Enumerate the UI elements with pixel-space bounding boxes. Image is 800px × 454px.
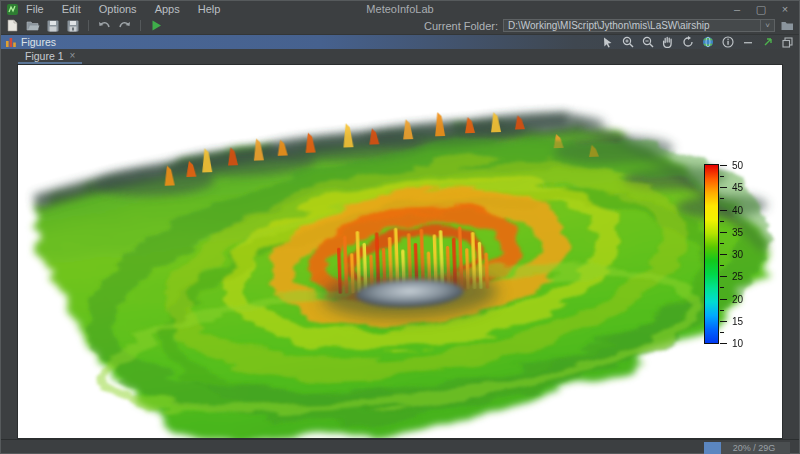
colorbar-minor-tick (720, 287, 724, 288)
colorbar-minor-tick (720, 265, 724, 266)
globe-icon[interactable] (701, 36, 714, 49)
restore-panel-icon[interactable] (781, 36, 794, 49)
menu-item-apps[interactable]: Apps (155, 3, 180, 15)
colorbar-tick (720, 232, 727, 233)
tab-label: Figure 1 (25, 50, 64, 62)
zoom-out-icon[interactable] (641, 36, 654, 49)
menu-item-file[interactable]: File (26, 3, 44, 15)
current-folder-path[interactable]: D:\Working\MIScript\Jython\mis\LaSW\airs… (504, 20, 760, 31)
colorbar-tick (720, 165, 727, 166)
colorbar-tick (720, 210, 727, 211)
colorbar-tick-label: 35 (732, 226, 743, 237)
colorbar-minor-tick (720, 310, 724, 311)
bar-chart-icon (6, 37, 17, 47)
toolbar-separator (140, 20, 141, 31)
figures-panel-tools (601, 36, 794, 49)
browse-folder-icon[interactable] (780, 19, 795, 33)
status-bar: 20% / 29G (1, 439, 799, 454)
memory-indicator[interactable]: 20% / 29G (704, 442, 790, 454)
current-folder-combobox[interactable]: D:\Working\MIScript\Jython\mis\LaSW\airs… (503, 19, 775, 32)
main-toolbar: Current Folder: D:\Working\MIScript\Jyth… (1, 17, 799, 34)
select-arrow-icon[interactable] (601, 36, 614, 49)
new-script-icon[interactable] (5, 19, 20, 33)
toolbar-separator (88, 20, 89, 31)
window-controls: –▢× (727, 2, 795, 16)
maximize-window-icon[interactable]: ▢ (751, 2, 771, 16)
zoom-in-icon[interactable] (621, 36, 634, 49)
title-bar: MeteoInfoLab FileEditOptionsAppsHelp –▢× (1, 1, 799, 17)
colorbar-tick-label: 30 (732, 249, 743, 260)
figures-panel-title: Figures (21, 36, 56, 48)
colorbar-minor-tick (720, 221, 724, 222)
colorbar: 504540353025201510 (704, 164, 783, 346)
chevron-down-icon[interactable]: ˅ (760, 20, 774, 31)
close-window-icon[interactable]: × (775, 2, 795, 16)
colorbar-tick-label: 50 (732, 160, 743, 171)
app-logo-icon (7, 4, 18, 15)
colorbar-tick-label: 40 (732, 204, 743, 215)
colorbar-tick (720, 321, 727, 322)
colorbar-tick (720, 276, 727, 277)
tab-figure-1[interactable]: Figure 1 × (18, 49, 82, 64)
colorbar-gradient (704, 164, 719, 344)
minimize-window-icon[interactable]: – (727, 2, 747, 16)
typhoon-volume-render (18, 65, 783, 439)
memory-usage-label: 20% / 29G (704, 442, 790, 454)
figures-panel-header: Figures (1, 34, 799, 49)
colorbar-tick-label: 10 (732, 338, 743, 349)
current-folder-zone: Current Folder: D:\Working\MIScript\Jyth… (424, 19, 795, 33)
colorbar-tick (720, 299, 727, 300)
pan-hand-icon[interactable] (661, 36, 674, 49)
rotate-view-icon[interactable] (681, 36, 694, 49)
colorbar-tick (720, 254, 727, 255)
undo-icon[interactable] (97, 19, 112, 33)
figure-tab-bar: Figure 1 × (1, 49, 799, 64)
colorbar-tick-label: 20 (732, 293, 743, 304)
float-panel-icon[interactable] (761, 36, 774, 49)
colorbar-tick-label: 15 (732, 315, 743, 326)
colorbar-minor-tick (720, 243, 724, 244)
menu-item-options[interactable]: Options (99, 3, 137, 15)
app-window: MeteoInfoLab FileEditOptionsAppsHelp –▢× (0, 0, 800, 454)
info-icon[interactable] (721, 36, 734, 49)
run-script-icon[interactable] (149, 19, 164, 33)
colorbar-tick-label: 25 (732, 271, 743, 282)
minimize-panel-icon[interactable] (741, 36, 754, 49)
close-tab-icon[interactable]: × (70, 50, 76, 61)
colorbar-tick-label: 45 (732, 182, 743, 193)
colorbar-tick (720, 343, 727, 344)
menu-item-help[interactable]: Help (198, 3, 221, 15)
colorbar-minor-tick (720, 332, 724, 333)
save-icon[interactable] (45, 19, 60, 33)
open-file-icon[interactable] (25, 19, 40, 33)
current-folder-label: Current Folder: (424, 20, 498, 32)
menu-bar: FileEditOptionsAppsHelp (26, 3, 220, 15)
menu-item-edit[interactable]: Edit (62, 3, 81, 15)
figure-canvas[interactable]: 504540353025201510 (17, 64, 783, 439)
colorbar-minor-tick (720, 198, 724, 199)
colorbar-tick (720, 187, 727, 188)
redo-icon[interactable] (117, 19, 132, 33)
colorbar-minor-tick (720, 176, 724, 177)
save-as-icon[interactable] (65, 19, 80, 33)
